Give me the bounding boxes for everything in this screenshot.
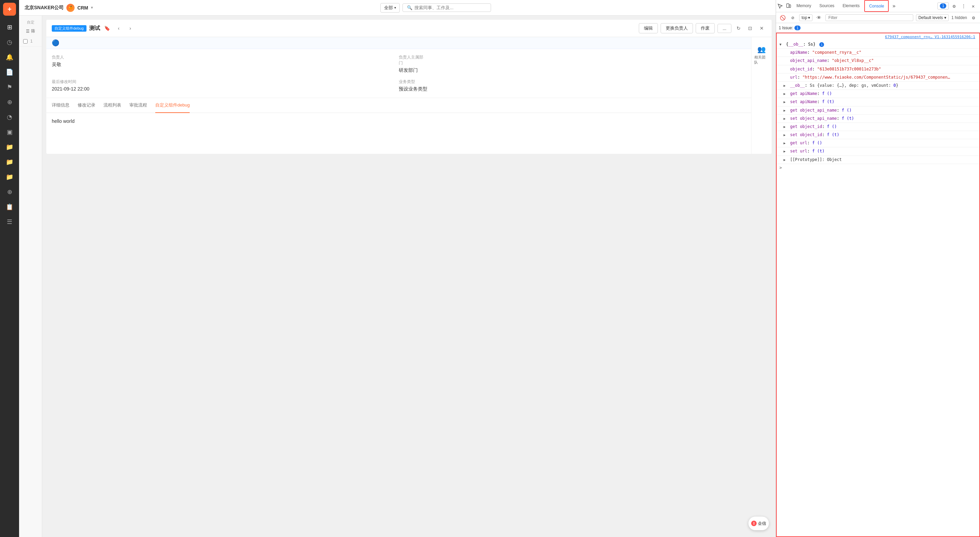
sidebar-icon-clock[interactable]: ◷ (3, 35, 16, 49)
sidebar-icon-connect[interactable]: ⊕ (3, 185, 16, 199)
expand-set-obj-api-icon[interactable] (784, 116, 788, 121)
devtools-tab-memory[interactable]: Memory (792, 0, 815, 12)
prev-icon[interactable]: ‹ (115, 24, 123, 33)
detail-tabs: 详细信息 修改记录 流程列表 审批流程 自定义组件debug (46, 98, 751, 113)
next-icon[interactable]: › (126, 24, 135, 33)
edit-button[interactable]: 编辑 (639, 23, 658, 33)
expand-prototype-icon[interactable] (784, 157, 788, 163)
sidebar-icon-flag[interactable]: ⚑ (3, 80, 16, 94)
list-item[interactable]: 1 (19, 36, 42, 47)
tab-process-list[interactable]: 流程列表 (103, 98, 121, 113)
search-input[interactable] (414, 5, 487, 10)
sidebar-icon-chart[interactable]: ⊕ (3, 95, 16, 109)
expand-get-apiname-icon[interactable] (784, 91, 788, 97)
expand-root-icon[interactable] (780, 42, 784, 47)
devtools-inspect-icon[interactable] (776, 2, 784, 10)
chat-button[interactable]: 8 企信 (748, 516, 769, 530)
expand-get-obj-api-icon[interactable] (784, 108, 788, 113)
close-icon[interactable]: ✕ (757, 24, 766, 33)
filter-dropdown[interactable]: 全部 ▾ (380, 3, 400, 13)
default-levels-label: Default levels (918, 15, 943, 20)
field-responsible: 负责人 吴敬 (52, 54, 399, 73)
tab-approval[interactable]: 审批流程 (129, 98, 147, 113)
console-content: 679437_component_rny… V1-1631455916206:1… (776, 33, 980, 537)
console-entry-apiname: apiName: "component_rnyra__c" (777, 49, 979, 57)
sidebar-icon-folder2[interactable]: 📁 (3, 155, 16, 169)
default-levels-selector[interactable]: Default levels ▾ (916, 14, 949, 21)
relative-team-button[interactable]: 👥 相关团队 (751, 43, 772, 68)
crm-label: CRM (77, 5, 88, 11)
tab-custom-debug[interactable]: 自定义组件debug (155, 98, 190, 113)
clear-console-icon[interactable]: 🚫 (779, 14, 786, 21)
obsolete-button[interactable]: 作废 (696, 23, 715, 33)
devtools-tab-console[interactable]: Console (864, 0, 889, 12)
expand-get-obj-id-icon[interactable] (784, 124, 788, 130)
expand-ob-icon[interactable] (784, 83, 788, 89)
prop-key-get-obj-api: get object_api_name (790, 108, 837, 113)
prop-val-get-url: f () (812, 141, 822, 145)
bookmark-icon[interactable]: 🔖 (103, 24, 112, 33)
cursor-arrow[interactable]: > (780, 165, 782, 170)
filter-input[interactable] (826, 14, 913, 21)
expand-get-url-icon[interactable] (784, 141, 788, 146)
sidebar-icon-pie[interactable]: ◔ (3, 110, 16, 124)
prop-val-set-url: f (t) (812, 149, 824, 154)
custom-label: 自定 (19, 18, 42, 26)
info-icon[interactable]: i (819, 42, 824, 47)
svg-rect-1 (789, 5, 791, 8)
field-biztype-label: 业务类型 (399, 79, 746, 85)
row-checkbox[interactable] (23, 39, 28, 44)
detail-title: 测试 (89, 25, 100, 32)
sidebar-icon-home[interactable]: ⊞ (3, 21, 16, 34)
svg-rect-0 (787, 4, 789, 8)
console-cursor-line: > (777, 164, 979, 172)
prop-val-get-obj-api: f () (842, 108, 852, 113)
expand-set-obj-id-icon[interactable] (784, 132, 788, 138)
devtools-device-icon[interactable] (784, 2, 792, 10)
change-owner-button[interactable]: 更换负责人 (660, 23, 693, 33)
expand-set-url-icon[interactable] (784, 149, 788, 154)
stop-icon[interactable]: ⊘ (789, 14, 797, 21)
sidebar-icon-folder1[interactable]: 📁 (3, 140, 16, 154)
badge-count-btn[interactable]: 1 (937, 2, 949, 10)
console-settings-icon[interactable]: ⚙ (970, 14, 977, 21)
prop-val-obj-id: "613e08151b737c00011e273b" (817, 67, 881, 71)
prop-key-set-url: set url (790, 149, 807, 154)
expand-set-apiname-icon[interactable] (784, 99, 788, 105)
sidebar-icon-bell[interactable]: 🔔 (3, 50, 16, 64)
sidebar-icon-file[interactable]: 📋 (3, 200, 16, 214)
dropdown-icon[interactable]: ▾ (91, 5, 93, 10)
prop-val-url: "https://www.fxiaoke.com/ComponentStatic… (802, 75, 950, 79)
devtools-close-icon[interactable]: ✕ (969, 2, 977, 10)
devtools-more-button[interactable]: » (889, 3, 898, 9)
filter-chevron-icon: ▾ (394, 6, 396, 10)
prop-val-get-apiname: f () (822, 91, 832, 96)
eye-icon[interactable]: 👁 (815, 14, 822, 21)
devtools-more2-icon[interactable]: ⋮ (959, 2, 968, 10)
console-entry-set-url: set url: f (t) (777, 147, 979, 156)
more-button[interactable]: ... (718, 24, 732, 33)
top-context-selector[interactable]: top ▾ (799, 14, 813, 21)
field-biztype-value: 预设业务类型 (399, 86, 746, 92)
search-box: 🔍 (402, 3, 491, 12)
tab-detail[interactable]: 详细信息 (52, 98, 70, 113)
devtools-tab-elements[interactable]: Elements (838, 0, 864, 12)
content-wrapper: 自定 ☰ 筛 1 自定义组件debug 测试 🔖 ‹ › (19, 16, 776, 537)
sidebar-icon-monitor[interactable]: ▣ (3, 125, 16, 139)
sidebar-icon-menu[interactable]: ☰ (3, 215, 16, 229)
sidebar-icon-folder3[interactable]: 📁 (3, 170, 16, 184)
sidebar-icon-docs[interactable]: 📄 (3, 65, 16, 79)
crm-icon: 🍊 (67, 4, 75, 12)
detail-panel: 自定义组件debug 测试 🔖 ‹ › 编辑 更换负责人 作废 ... ↻ ⊡ … (46, 20, 772, 154)
issues-label: 1 Issue: (779, 25, 793, 30)
filter-btn[interactable]: ☰ 筛 (19, 26, 42, 36)
sidebar-logo[interactable]: + (3, 3, 16, 16)
tab-change-log[interactable]: 修改记录 (78, 98, 95, 113)
devtools-tab-sources[interactable]: Sources (815, 0, 838, 12)
expand-icon[interactable]: ⊡ (746, 24, 754, 33)
topbar-search: 全部 ▾ 🔍 (101, 3, 770, 13)
refresh-icon[interactable]: ↻ (734, 24, 743, 33)
file-link[interactable]: 679437_component_rny… V1-1631455916206:1 (777, 33, 979, 40)
devtools-settings-icon[interactable]: ⚙ (950, 2, 958, 10)
main-area: 北京SNAKER公司 🍊 CRM ▾ 全部 ▾ 🔍 自定 ☰ 筛 (19, 0, 776, 537)
